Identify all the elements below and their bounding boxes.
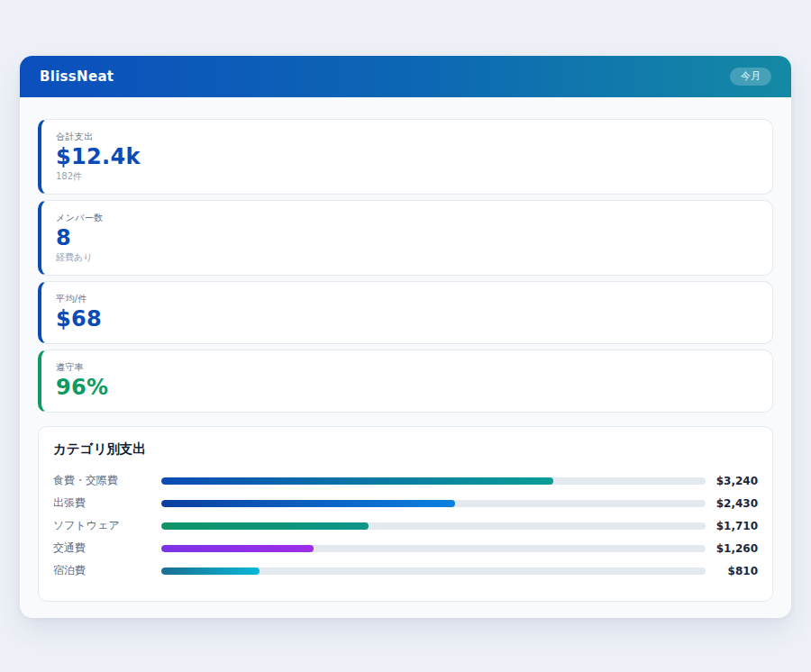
stat-card-list: 合計支出 $12.4k 182件 メンバー数 8 経費あり 平均/件 $68 遵… <box>38 119 773 413</box>
category-label: 宿泊費 <box>53 563 161 578</box>
stat-card: 平均/件 $68 <box>38 281 773 344</box>
stat-value: 8 <box>56 224 758 251</box>
category-value: $1,710 <box>706 520 758 532</box>
app-header: BlissNeat 今月 <box>20 56 791 97</box>
stat-card: 合計支出 $12.4k 182件 <box>38 119 773 195</box>
stat-value: $12.4k <box>56 143 758 170</box>
stat-value: 96% <box>56 374 758 401</box>
stat-label: 合計支出 <box>56 131 758 143</box>
category-row: 食費・交際費 $3,240 <box>53 469 758 492</box>
category-value: $3,240 <box>706 475 758 487</box>
category-value: $810 <box>706 565 758 577</box>
category-row: 宿泊費 $810 <box>53 559 758 582</box>
app-title: BlissNeat <box>40 68 114 85</box>
period-badge[interactable]: 今月 <box>730 68 771 86</box>
category-row: 交通費 $1,260 <box>53 537 758 559</box>
stat-value: $68 <box>56 305 758 332</box>
category-spending-card: カテゴリ別支出 食費・交際費 $3,240 出張費 $2,430 ソフトウェア … <box>38 426 773 602</box>
category-bar-track <box>161 522 706 530</box>
category-bar-fill <box>161 545 314 552</box>
category-row: ソフトウェア $1,710 <box>53 514 758 537</box>
stat-card: メンバー数 8 経費あり <box>38 200 773 276</box>
category-bar-fill <box>161 568 260 575</box>
category-bar-fill <box>161 500 455 507</box>
category-bar-track <box>161 568 706 575</box>
stat-label: メンバー数 <box>56 212 758 224</box>
category-value: $2,430 <box>706 497 758 510</box>
dashboard-content: 合計支出 $12.4k 182件 メンバー数 8 経費あり 平均/件 $68 遵… <box>20 97 791 618</box>
category-row: 出張費 $2,430 <box>53 492 758 514</box>
category-label: 出張費 <box>53 495 161 511</box>
category-label: 交通費 <box>53 540 161 556</box>
stat-label: 遵守率 <box>56 361 758 374</box>
category-bar-fill <box>161 477 553 485</box>
stat-card: 遵守率 96% <box>38 350 773 413</box>
stat-subtitle: 経費あり <box>56 251 758 264</box>
stat-label: 平均/件 <box>56 293 758 305</box>
section-title: カテゴリ別支出 <box>53 440 758 458</box>
category-value: $1,260 <box>706 542 758 555</box>
category-bar-track <box>161 477 706 485</box>
category-label: ソフトウェア <box>53 518 161 533</box>
category-bar-track <box>161 500 706 507</box>
category-bar-fill <box>161 522 369 530</box>
category-row-list: 食費・交際費 $3,240 出張費 $2,430 ソフトウェア $1,710 交… <box>53 469 758 582</box>
category-label: 食費・交際費 <box>53 473 161 488</box>
stat-subtitle: 182件 <box>56 170 758 183</box>
category-bar-track <box>161 545 706 552</box>
dashboard-panel: BlissNeat 今月 合計支出 $12.4k 182件 メンバー数 8 経費… <box>20 56 791 618</box>
